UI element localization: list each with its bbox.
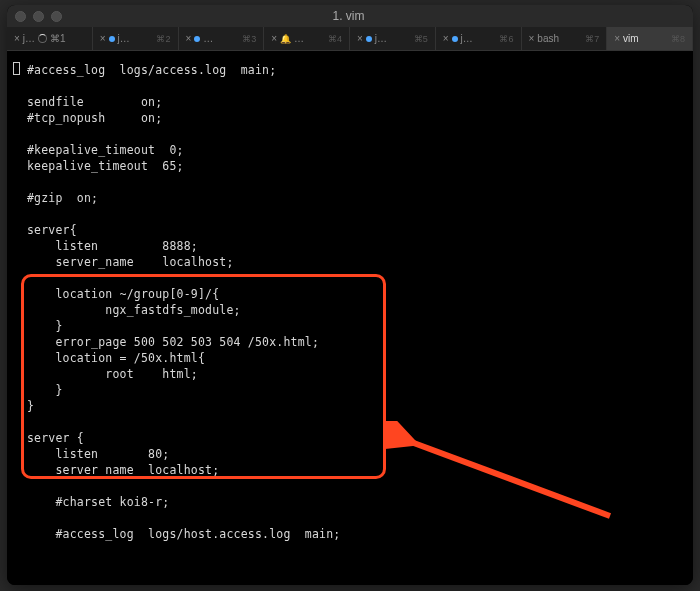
tab-shortcut: ⌘3 [242, 34, 256, 44]
close-icon[interactable] [15, 11, 26, 22]
close-tab-icon[interactable]: × [529, 33, 535, 44]
tab-label: j… [23, 33, 35, 44]
close-tab-icon[interactable]: × [357, 33, 363, 44]
gutter [13, 59, 27, 577]
code-content[interactable]: #access_log logs/access.log main; sendfi… [27, 59, 687, 577]
tab-shortcut: ⌘8 [671, 34, 685, 44]
close-tab-icon[interactable]: × [14, 33, 20, 44]
traffic-lights [15, 11, 62, 22]
titlebar[interactable]: 1. vim [7, 5, 693, 27]
tab-label: … [294, 33, 304, 44]
modified-dot-icon [194, 36, 200, 42]
minimize-icon[interactable] [33, 11, 44, 22]
tab-label: … [203, 33, 213, 44]
tab-label: vim [623, 33, 639, 44]
terminal-window: 1. vim ×j…⌘1×j…⌘2×…⌘3×🔔…⌘4×j…⌘5×j…⌘6×bas… [7, 5, 693, 585]
spinner-icon [38, 34, 47, 43]
tab-7[interactable]: ×vim⌘8 [607, 27, 693, 50]
tab-label: j… [375, 33, 387, 44]
tab-label: bash [537, 33, 559, 44]
tab-6[interactable]: ×bash⌘7 [522, 27, 608, 50]
tab-label: j… [118, 33, 130, 44]
tab-label: ⌘1 [50, 33, 66, 44]
tab-shortcut: ⌘2 [156, 34, 170, 44]
bell-icon: 🔔 [280, 34, 291, 44]
close-tab-icon[interactable]: × [100, 33, 106, 44]
tab-1[interactable]: ×j…⌘2 [93, 27, 179, 50]
tab-shortcut: ⌘4 [328, 34, 342, 44]
tab-label: j… [461, 33, 473, 44]
modified-dot-icon [452, 36, 458, 42]
editor-area[interactable]: #access_log logs/access.log main; sendfi… [7, 51, 693, 585]
close-tab-icon[interactable]: × [186, 33, 192, 44]
tab-shortcut: ⌘5 [414, 34, 428, 44]
modified-dot-icon [366, 36, 372, 42]
tab-4[interactable]: ×j…⌘5 [350, 27, 436, 50]
tab-shortcut: ⌘7 [585, 34, 599, 44]
close-tab-icon[interactable]: × [443, 33, 449, 44]
tab-3[interactable]: ×🔔…⌘4 [264, 27, 350, 50]
cursor-icon [13, 62, 20, 75]
tab-bar: ×j…⌘1×j…⌘2×…⌘3×🔔…⌘4×j…⌘5×j…⌘6×bash⌘7×vim… [7, 27, 693, 51]
close-tab-icon[interactable]: × [614, 33, 620, 44]
tab-shortcut: ⌘6 [499, 34, 513, 44]
modified-dot-icon [109, 36, 115, 42]
close-tab-icon[interactable]: × [271, 33, 277, 44]
tab-2[interactable]: ×…⌘3 [179, 27, 265, 50]
zoom-icon[interactable] [51, 11, 62, 22]
tab-5[interactable]: ×j…⌘6 [436, 27, 522, 50]
tab-0[interactable]: ×j…⌘1 [7, 27, 93, 50]
window-title: 1. vim [62, 9, 635, 23]
